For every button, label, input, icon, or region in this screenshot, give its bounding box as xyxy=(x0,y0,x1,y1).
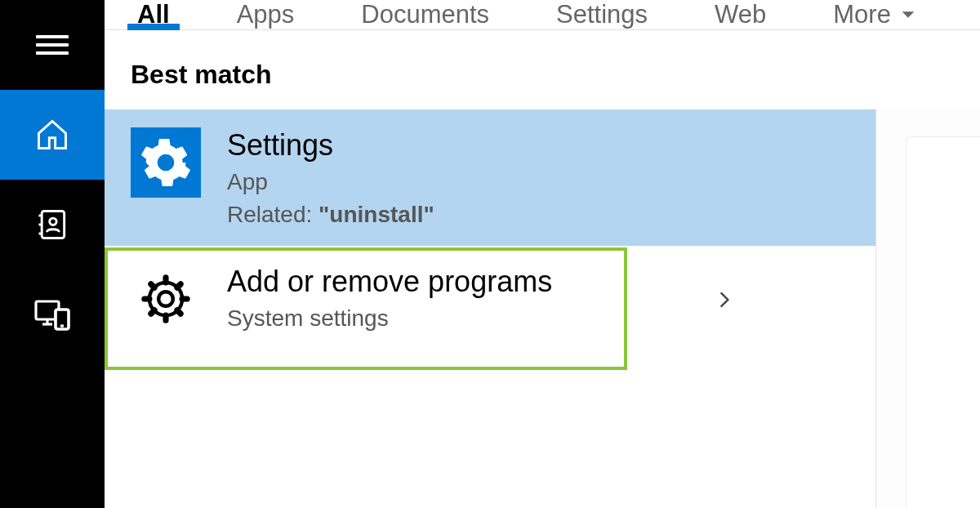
preview-card xyxy=(906,136,980,508)
gear-icon xyxy=(140,137,191,188)
result-add-remove-programs[interactable]: Add or remove programs System settings xyxy=(105,246,875,356)
settings-app-icon xyxy=(131,127,201,198)
sidebar-devices[interactable] xyxy=(0,270,105,359)
devices-icon xyxy=(33,295,72,334)
tab-label: Settings xyxy=(556,0,648,29)
start-sidebar xyxy=(0,0,105,508)
result-related: Related: "uninstall" xyxy=(227,202,849,228)
tab-label: Web xyxy=(715,0,766,29)
search-filter-tabs: All Apps Documents Settings Web More xyxy=(105,0,980,30)
tab-label: Documents xyxy=(361,0,489,29)
tab-label: More xyxy=(833,0,891,29)
related-prefix: Related: xyxy=(227,202,318,227)
tab-documents[interactable]: Documents xyxy=(351,0,499,29)
search-results: Best match Settings App Related: "uninst… xyxy=(105,30,875,508)
tab-more[interactable]: More xyxy=(823,0,927,29)
result-subtitle: App xyxy=(227,169,849,195)
result-settings[interactable]: Settings App Related: "uninstall" xyxy=(105,109,875,246)
best-match-heading: Best match xyxy=(105,30,875,109)
expand-result[interactable] xyxy=(714,283,735,320)
result-title: Add or remove programs xyxy=(227,264,714,299)
sidebar-home[interactable] xyxy=(0,90,105,180)
chevron-down-icon xyxy=(899,6,917,24)
hamburger-icon xyxy=(36,35,69,55)
tab-label: Apps xyxy=(237,0,295,29)
result-title: Settings xyxy=(227,127,849,163)
related-value: "uninstall" xyxy=(318,202,434,227)
tab-label: All xyxy=(137,0,170,29)
gear-icon xyxy=(139,272,193,326)
tab-all[interactable]: All xyxy=(127,0,180,29)
chevron-right-icon xyxy=(714,283,735,317)
contacts-icon xyxy=(34,207,70,243)
sidebar-contacts[interactable] xyxy=(0,180,105,270)
result-body: Settings App Related: "uninstall" xyxy=(227,127,849,228)
preview-panel xyxy=(875,109,980,508)
hamburger-menu[interactable] xyxy=(0,0,105,90)
system-settings-icon xyxy=(131,264,201,334)
result-subtitle: System settings xyxy=(227,305,714,332)
tab-apps[interactable]: Apps xyxy=(227,0,305,29)
tab-web[interactable]: Web xyxy=(705,0,776,29)
search-panel: All Apps Documents Settings Web More Bes… xyxy=(105,0,980,508)
result-body: Add or remove programs System settings xyxy=(227,264,714,338)
tab-settings[interactable]: Settings xyxy=(546,0,657,29)
svg-point-11 xyxy=(158,292,173,306)
svg-point-1 xyxy=(50,218,56,225)
home-icon xyxy=(34,117,70,153)
